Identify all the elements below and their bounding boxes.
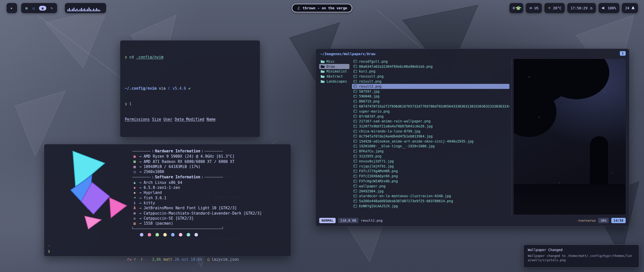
folder-item[interactable]: Landscapes [319,79,349,84]
image-preview [514,59,626,215]
file-name: 3126f7e9bbf21a8a4af0b67b041c6e26.jpg [359,124,433,128]
file-name: 217167-sad-anime-rain-wallpaper.png [359,119,430,123]
graph-bar [78,10,79,11]
graph-bar [92,10,93,11]
updates-module[interactable]: 0 [509,3,523,13]
file-item[interactable]: 596848.jpg [352,94,509,99]
file-item[interactable]: re1sult.png [352,79,509,84]
terminal-icon [132,201,137,205]
terminal-window[interactable]: ❯ cd .config/nvim ~/.config/nvim via ☾ v… [120,40,260,137]
volume-module[interactable]: 100% [598,3,619,13]
folder-item[interactable]: Draw [319,64,349,69]
file-item[interactable]: 3126f7e9bbf21a8a4af0b67b041c6e26.jpg [352,124,509,129]
folder-item[interactable]: Abstract [319,74,349,79]
file-name: ressdfgult.png [359,59,388,63]
file-name: resssult.png [359,74,384,78]
file-manager-statusbar: NORMAL 218.8 KB result2.png -rwxrwxrwx 3… [319,217,626,224]
graph-bar [95,10,96,11]
files-icon [41,7,44,10]
folder-item[interactable]: Misc [319,59,349,64]
workspace-item[interactable] [39,6,46,11]
file-item[interactable]: wallpaper.png [352,184,509,189]
arrow-icon: → [139,164,141,169]
graph-bar [76,9,77,11]
file-name: 866715.png [359,99,379,103]
cpu-graph-widget[interactable] [65,3,106,13]
file-item[interactable]: kurz.png [352,69,509,74]
selected-file-name: result2.png [361,219,383,222]
file-name: 154928-odinokoe_anime-art-anime-okno-sin… [359,139,473,143]
file-item[interactable]: FXfcHgcWIAMzs0G.png [352,179,509,184]
command: l [129,101,132,107]
workspace-item[interactable] [25,6,28,10]
file-item[interactable]: 87r687df.png [352,114,509,119]
file-item[interactable]: nnvuv0xj2df71.jpg [352,159,509,164]
fetch-row: → kitty [132,200,286,206]
arrow-icon: → [139,180,141,185]
workspace-item[interactable] [32,7,35,10]
folder-icon [321,70,325,73]
file-item[interactable]: 68747470733a2f2f696d616765732d7769786d70… [352,104,509,109]
file-item[interactable]: atardecer-en-la-montanas-ilustracion-634… [352,194,509,199]
graph-bar [89,7,90,11]
fetch-value: 10948MiB / 64183MiB (17%) [144,164,200,169]
software-section-header: Software Information [132,175,223,180]
file-item[interactable]: result2.png [352,84,509,89]
image-file-icon [353,185,357,187]
current-path: ~/Imagenes/Wallpapers/Draw [320,52,375,56]
file-item[interactable]: 3122955.png [352,154,509,159]
file-item[interactable]: rsjqojlmjhf91.jpg [352,164,509,169]
file-item[interactable]: 0c794faf07de24a4db4d4fb1eb813964.jpg [352,134,509,139]
image-file-icon [353,165,357,167]
launcher-button[interactable] [7,3,17,13]
scroll-progress-badge: 36% [598,218,609,223]
media-player-widget[interactable]: thrown - on the verge [292,4,352,12]
file-item[interactable]: 154928-odinokoe_anime-art-anime-okno-sin… [352,139,509,144]
file-item[interactable]: 217167-sad-anime-rain-wallpaper.png [352,119,509,124]
image-file-icon [353,160,357,162]
notification-popup[interactable]: Wallpaper Changed Wallpaper changed to /… [524,245,639,268]
keyboard-layout-module[interactable]: US [526,3,542,13]
file-item[interactable]: 19201080-__blue-tinge__-1920×1080.jpg [352,144,509,149]
command: cd [129,55,134,60]
image-file-icon [353,65,357,68]
file-name: FXfcHgcWIAMzs0G.png [359,179,398,183]
file-manager-window[interactable]: ~/Imagenes/Wallpapers/Draw 1 Misc Draw [315,49,629,226]
folder-item[interactable]: Minimalist [319,69,349,74]
file-item[interactable]: 866715.png [352,99,509,104]
tab-indicator[interactable]: 1 [620,51,626,56]
file-item[interactable]: chica-mirando-la-luna-8799.jpg [352,129,509,134]
notifications-module[interactable]: 24 [622,3,638,13]
file-name: FXfcJlTXgAMvH6R.png [359,169,398,173]
status-bar: thrown - on the verge 0 US 26°C 17:50:29 [0,3,644,13]
fetch-terminal-window[interactable]: Hardware Information → AMD Ryzen 9 5900X… [44,144,291,256]
image-file-icon [353,120,357,123]
file-item[interactable]: EeNKYgIUcAAJ5JX.jpg [352,203,509,209]
file-item[interactable]: 5a266e448add93deab367d87173e9f25-6837886… [352,198,509,203]
file-item[interactable]: FXfcJlTXgAMvH6R.png [352,169,509,174]
bell-icon [631,7,635,10]
image-file-icon [353,70,357,73]
position-badge: 14/38 [611,218,626,223]
clock-module[interactable]: 17:50:29 [567,3,596,13]
arrow-icon: → [139,159,141,164]
file-item[interactable]: 08a634fa02a32364f69ebc86a98eb1eb.png [352,64,509,69]
file-item[interactable]: 20492984.jpg [352,189,509,194]
folder-icon [321,65,325,68]
weather-module[interactable]: 26°C [544,3,565,13]
arrow-icon: → [139,195,141,200]
palette-dot [148,233,151,236]
image-file-icon [353,60,357,63]
keyboard-layout: US [534,6,539,10]
wm-icon [132,191,137,195]
graph-bar [69,8,70,11]
file-item[interactable]: super-mario.png [352,109,509,114]
image-file-icon [353,180,357,183]
file-item[interactable]: FXfcII0X0AQyn9X.png [352,174,509,179]
file-item[interactable]: 587597.jpg [352,89,509,94]
file-name: 596848.jpg [359,94,379,98]
file-item[interactable]: ressdfgult.png [352,59,509,64]
file-item[interactable]: 8FKa7Cu.jpeg [352,149,509,154]
file-item[interactable]: resssult.png [352,74,509,79]
workspace-item[interactable] [50,6,53,10]
